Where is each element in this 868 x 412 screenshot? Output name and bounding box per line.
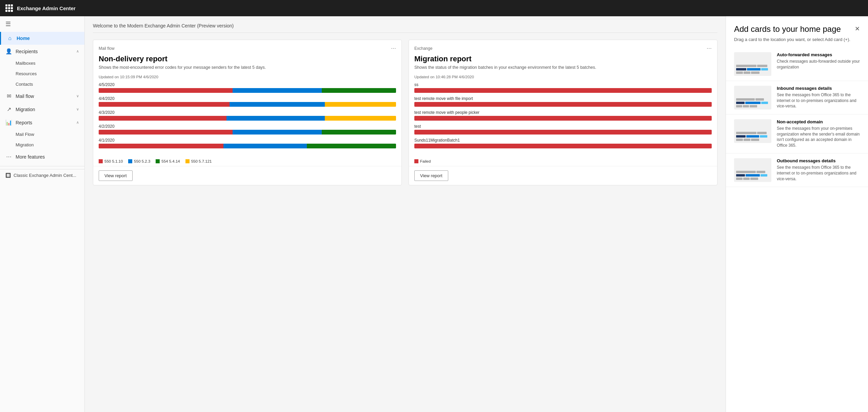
panel-card-info: Auto-forwarded messages Check messages a… (777, 52, 860, 70)
sidebar-item-home[interactable]: ⌂ Home (0, 32, 84, 45)
panel-card-non-accepted[interactable]: Non-accepted domain See the messages fro… (726, 115, 868, 153)
card-updated: Updated on 10:15:09 PM 4/6/2020 (93, 74, 401, 82)
thumb-bar (745, 102, 761, 104)
panel-card-title: Non-accepted domain (777, 119, 860, 124)
thumb-bar-row (736, 139, 769, 141)
card-menu-button[interactable]: ··· (707, 45, 712, 52)
panel-card-thumbnail (734, 52, 771, 76)
thumb-bar-row (736, 68, 769, 70)
panel-card-desc: See the messages from your on-premises o… (777, 126, 860, 148)
sidebar-item-migration[interactable]: ↗ Migration ∨ (0, 103, 84, 116)
legend-label: 550 5.1.10 (104, 159, 123, 163)
bar-segment (322, 88, 396, 93)
sidebar-item-mailflow-label: Mail flow (16, 94, 34, 99)
view-report-button[interactable]: View report (414, 170, 448, 181)
bar-segment (414, 116, 712, 121)
thumb-bar (751, 71, 760, 74)
card-menu-button[interactable]: ··· (391, 45, 396, 52)
sidebar: ☰ ⌂ Home 👤 Recipients ∧ Mailboxes Resour… (0, 16, 85, 412)
panel-card-info: Non-accepted domain See the messages fro… (777, 119, 860, 148)
bar-label: test remote move with file import (414, 96, 712, 101)
sidebar-sub-resources[interactable]: Resources (0, 68, 84, 79)
panel-card-outbound-messages[interactable]: Outbound messages details See the messag… (726, 153, 868, 187)
card-title: Migration report (409, 52, 717, 65)
panel-card-thumbnail (734, 158, 771, 182)
home-icon: ⌂ (6, 35, 13, 41)
card-updated: Updated on 10:46:28 PM 4/6/2020 (409, 74, 717, 82)
card-source: Mail flow (99, 46, 115, 51)
bar-label: 4/5/2020 (99, 82, 396, 87)
sidebar-sub-contacts[interactable]: Contacts (0, 79, 84, 89)
sidebar-sub-migration-report[interactable]: Migration (0, 140, 84, 150)
thumb-bar (736, 71, 743, 74)
reports-chevron: ∧ (76, 120, 79, 125)
card-header: Mail flow ··· (93, 40, 401, 52)
topbar: Exchange Admin Center (0, 0, 868, 16)
view-report-button[interactable]: View report (99, 170, 133, 181)
thumb-bar (736, 171, 756, 173)
sidebar-item-more-features[interactable]: ⋯ More features (0, 150, 84, 163)
bar-segment (233, 130, 322, 135)
bar-track (99, 116, 396, 121)
welcome-text: Welcome to the Modern Exchange Admin Cen… (93, 23, 717, 33)
migration-sub-label: Migration (16, 142, 34, 147)
bar-row: test (414, 124, 712, 135)
close-panel-button[interactable]: ✕ (855, 25, 860, 33)
card-mail-flow: Mail flow ··· Non-delivery report Shows … (93, 40, 402, 185)
bar-segment (223, 144, 307, 148)
card-migration: Exchange ··· Migration report Shows the … (409, 40, 717, 185)
thumb-bar (756, 171, 765, 173)
thumb-bar (761, 102, 768, 104)
legend-color-box (414, 159, 418, 163)
card-desc: Shows the status of the migration batche… (409, 65, 717, 74)
panel-card-auto-forwarded[interactable]: Auto-forwarded messages Check messages a… (726, 47, 868, 81)
legend-item: 550 5.1.10 (99, 159, 123, 163)
panel-card-desc: See the messages from Office 365 to the … (777, 165, 860, 182)
sidebar-item-reports[interactable]: 📊 Reports ∧ (0, 116, 84, 129)
bar-segment (99, 88, 233, 93)
thumb-bar (746, 174, 760, 177)
panel-card-desc: See the messages from Office 365 to the … (777, 92, 860, 109)
thumb-bar (751, 139, 759, 141)
app-grid-icon[interactable] (5, 4, 13, 12)
card-source: Exchange (414, 46, 432, 51)
sidebar-item-mailflow[interactable]: ✉ Mail flow ∨ (0, 89, 84, 103)
classic-label: Classic Exchange Admin Cent... (14, 173, 76, 178)
right-panel-header: Add cards to your home page ✕ (726, 16, 868, 37)
thumb-bar-row (736, 132, 769, 134)
classic-icon: 🔲 (5, 173, 11, 178)
sidebar-classic-link[interactable]: 🔲 Classic Exchange Admin Cent... (0, 169, 84, 181)
sidebar-sub-mailboxes[interactable]: Mailboxes (0, 58, 84, 68)
bar-track (99, 144, 396, 148)
sidebar-item-recipients[interactable]: 👤 Recipients ∧ (0, 45, 84, 58)
more-features-icon: ⋯ (5, 153, 12, 160)
thumb-bar (736, 178, 743, 180)
bar-track (414, 88, 712, 93)
panel-card-desc: Check messages auto-forwarded outside yo… (777, 59, 860, 70)
panel-card-info: Inbound messages details See the message… (777, 86, 860, 109)
card-body: 4/5/2020 4/4/2020 4/3/2020 4/2/2020 4/1/… (93, 82, 401, 155)
card-legend: Failed (409, 157, 717, 166)
mailflow-sub-label: Mail Flow (16, 132, 34, 137)
bar-segment (226, 116, 324, 121)
bar-segment (99, 144, 223, 148)
bar-track (99, 88, 396, 93)
bar-label: 4/2/2020 (99, 124, 396, 129)
legend-label: 550 5.7.121 (191, 159, 212, 163)
reports-icon: 📊 (5, 119, 12, 126)
bar-label: test remote move with people picker (414, 110, 712, 115)
bar-row: Sunds11MigrationBatch1 (414, 138, 712, 148)
sidebar-sub-mailflow-report[interactable]: Mail Flow (0, 129, 84, 140)
bar-segment (325, 116, 396, 121)
hamburger-button[interactable]: ☰ (0, 16, 84, 32)
right-panel: Add cards to your home page ✕ Drag a car… (726, 16, 868, 412)
bar-label: test (414, 124, 712, 129)
panel-card-inbound-messages[interactable]: Inbound messages details See the message… (726, 81, 868, 115)
panel-card-title: Auto-forwarded messages (777, 52, 860, 57)
legend-item: 550 5.2.3 (128, 159, 150, 163)
card-header: Exchange ··· (409, 40, 717, 52)
legend-color-box (185, 159, 190, 163)
thumb-bar (744, 139, 750, 141)
migration-icon: ↗ (5, 106, 12, 112)
bar-segment (99, 116, 226, 121)
